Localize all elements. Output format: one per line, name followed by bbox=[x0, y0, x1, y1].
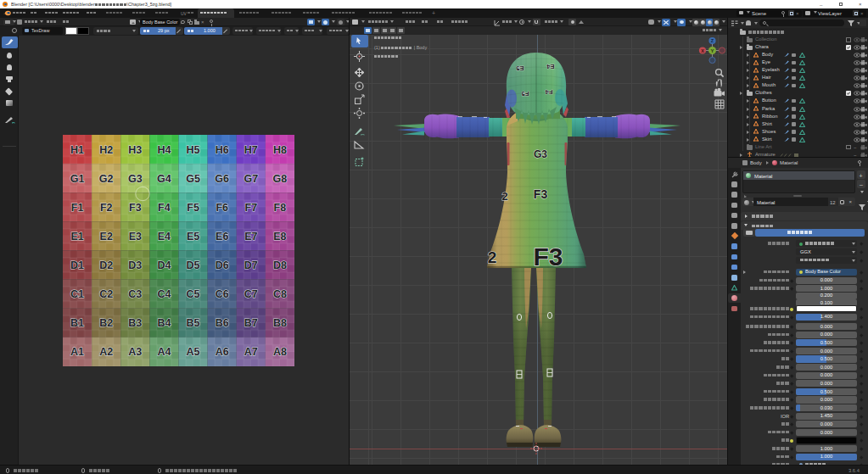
svg-text:C4: C4 bbox=[157, 288, 171, 300]
svg-text:H4: H4 bbox=[157, 144, 171, 156]
svg-text:C8: C8 bbox=[273, 288, 287, 300]
svg-text:E3: E3 bbox=[129, 231, 142, 243]
svg-text:D8: D8 bbox=[273, 259, 287, 271]
svg-text:H5: H5 bbox=[187, 144, 200, 156]
svg-text:D3: D3 bbox=[128, 259, 142, 271]
svg-text:F3: F3 bbox=[534, 187, 548, 201]
svg-text:B5: B5 bbox=[187, 317, 200, 329]
svg-text:B6: B6 bbox=[216, 317, 229, 329]
svg-text:B4: B4 bbox=[157, 317, 171, 329]
svg-text:A8: A8 bbox=[273, 346, 287, 358]
svg-text:G3: G3 bbox=[128, 173, 143, 185]
svg-text:H1: H1 bbox=[70, 144, 84, 156]
svg-text:C2: C2 bbox=[99, 288, 113, 300]
svg-text:Y: Y bbox=[710, 48, 714, 53]
svg-text:D1: D1 bbox=[70, 259, 84, 271]
svg-text:C6: C6 bbox=[216, 288, 229, 300]
svg-text:H7: H7 bbox=[244, 144, 258, 156]
svg-text:H6: H6 bbox=[216, 144, 229, 156]
svg-text:F3: F3 bbox=[129, 202, 142, 214]
svg-text:2: 2 bbox=[501, 190, 507, 203]
svg-text:A6: A6 bbox=[216, 346, 229, 358]
svg-text:F8: F8 bbox=[274, 202, 287, 214]
svg-text:A4: A4 bbox=[157, 346, 171, 358]
svg-text:F6: F6 bbox=[216, 202, 228, 214]
svg-text:H3: H3 bbox=[128, 144, 142, 156]
svg-text:2: 2 bbox=[488, 248, 497, 266]
svg-text:E5: E5 bbox=[516, 64, 524, 72]
svg-text:E5: E5 bbox=[187, 231, 199, 243]
svg-text:B2: B2 bbox=[99, 317, 113, 329]
svg-text:D7: D7 bbox=[244, 259, 258, 271]
svg-text:G7: G7 bbox=[244, 173, 258, 185]
svg-text:C1: C1 bbox=[70, 288, 84, 300]
svg-text:C3: C3 bbox=[128, 288, 142, 300]
svg-text:B1: B1 bbox=[70, 317, 84, 329]
svg-text:F3: F3 bbox=[533, 243, 563, 270]
svg-text:X: X bbox=[701, 48, 704, 53]
svg-text:E4: E4 bbox=[158, 231, 171, 243]
svg-text:H2: H2 bbox=[99, 144, 113, 156]
svg-text:G4: G4 bbox=[157, 173, 171, 185]
svg-text:F5: F5 bbox=[187, 202, 199, 214]
svg-text:D5: D5 bbox=[187, 259, 200, 271]
svg-text:F7: F7 bbox=[245, 202, 258, 214]
svg-text:A1: A1 bbox=[70, 346, 84, 358]
svg-text:C5: C5 bbox=[187, 288, 200, 300]
svg-text:D6: D6 bbox=[216, 259, 229, 271]
svg-text:H8: H8 bbox=[273, 144, 287, 156]
svg-text:B7: B7 bbox=[244, 317, 258, 329]
svg-text:E1: E1 bbox=[70, 231, 83, 243]
svg-text:E2: E2 bbox=[100, 231, 113, 243]
svg-text:E6: E6 bbox=[216, 231, 228, 243]
svg-text:E8: E8 bbox=[273, 231, 286, 243]
svg-text:F4: F4 bbox=[545, 88, 553, 96]
svg-text:D4: D4 bbox=[157, 259, 171, 271]
svg-text:A2: A2 bbox=[99, 346, 113, 358]
svg-text:A3: A3 bbox=[128, 346, 142, 358]
svg-text:B3: B3 bbox=[128, 317, 142, 329]
svg-text:E4: E4 bbox=[546, 63, 555, 70]
svg-text:D2: D2 bbox=[99, 259, 113, 271]
svg-text:A7: A7 bbox=[244, 346, 258, 358]
svg-text:G1: G1 bbox=[70, 173, 85, 185]
svg-text:F1: F1 bbox=[71, 202, 84, 214]
svg-text:B8: B8 bbox=[273, 317, 287, 329]
svg-text:G8: G8 bbox=[273, 173, 288, 185]
svg-text:E7: E7 bbox=[244, 231, 257, 243]
svg-text:F2: F2 bbox=[100, 202, 113, 214]
svg-text:F4: F4 bbox=[158, 202, 171, 214]
svg-text:G6: G6 bbox=[215, 173, 229, 185]
svg-text:G5: G5 bbox=[186, 173, 200, 185]
svg-text:C7: C7 bbox=[244, 288, 258, 300]
svg-text:F5: F5 bbox=[522, 90, 529, 98]
svg-text:G3: G3 bbox=[534, 148, 547, 160]
svg-text:A5: A5 bbox=[187, 346, 200, 358]
svg-text:G2: G2 bbox=[99, 173, 114, 185]
